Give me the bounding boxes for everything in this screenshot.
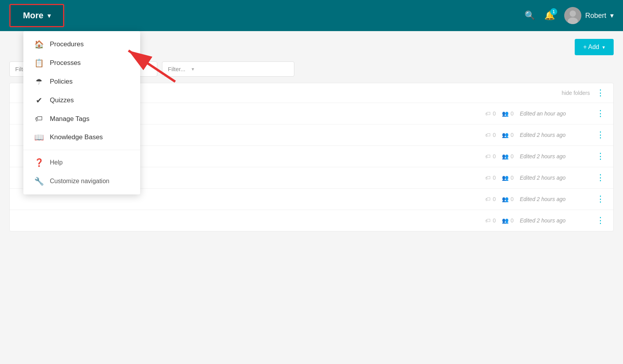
team-count-2: 👥 0 (502, 132, 514, 138)
team-count-4: 👥 0 (502, 175, 514, 181)
team-icon: 👥 (502, 196, 509, 202)
notification-badge: 1 (550, 8, 557, 15)
team-value-1: 0 (510, 110, 514, 117)
tag-count-2: 🏷 0 (485, 132, 496, 138)
team-value-6: 0 (510, 217, 514, 224)
tag-value-3: 0 (493, 153, 496, 159)
team-value-4: 0 (510, 175, 514, 181)
tag-count-3: 🏷 0 (485, 153, 496, 159)
quizzes-icon: ✔ (34, 96, 44, 105)
menu-item-customize[interactable]: 🔧 Customize navigation (23, 172, 140, 191)
edited-text-5: Edited 2 hours ago (520, 196, 590, 202)
manage-tags-label: Manage Tags (50, 115, 90, 123)
tag-icon: 🏷 (485, 110, 491, 117)
team-value-3: 0 (510, 153, 514, 159)
header-right: 🔍 🔔 1 Robert ▾ (524, 7, 614, 24)
more-button[interactable]: More ▾ (9, 4, 64, 27)
customize-label: Customize navigation (50, 178, 109, 185)
list-item: 🏷 0 👥 0 Edited 2 hours ago ⋮ (10, 210, 613, 231)
row-options-4[interactable]: ⋮ (596, 173, 605, 183)
more-chevron: ▾ (48, 12, 51, 19)
edited-text-3: Edited 2 hours ago (520, 153, 590, 159)
row-options-2[interactable]: ⋮ (596, 130, 605, 140)
tag-count-5: 🏷 0 (485, 196, 496, 202)
tag-value-4: 0 (493, 175, 496, 181)
tag-icon: 🏷 (485, 196, 491, 202)
add-button[interactable]: + Add ▾ (575, 39, 614, 55)
edited-text-2: Edited 2 hours ago (520, 132, 590, 138)
edited-text-4: Edited 2 hours ago (520, 175, 590, 181)
svg-point-1 (570, 10, 576, 17)
tag-value-1: 0 (493, 110, 496, 117)
filter-other[interactable]: Filter... ▾ (162, 61, 294, 77)
user-name: Robert (585, 12, 606, 20)
user-menu[interactable]: Robert ▾ (564, 7, 614, 24)
team-count-1: 👥 0 (502, 110, 514, 117)
team-icon: 👥 (502, 132, 509, 138)
team-icon: 👥 (502, 217, 509, 224)
team-icon: 👥 (502, 175, 509, 181)
tag-icon: 🏷 (485, 153, 491, 159)
team-icon: 👥 (502, 153, 509, 159)
menu-item-help[interactable]: ❓ Help (23, 153, 140, 172)
avatar (564, 7, 581, 24)
more-dropdown: 🏠 Procedures 📋 Processes ☂ Policies ✔ Qu… (23, 31, 140, 194)
menu-item-quizzes[interactable]: ✔ Quizzes (23, 91, 140, 110)
team-count-6: 👥 0 (502, 217, 514, 224)
more-label: More (23, 10, 44, 21)
add-label: + Add (583, 44, 599, 51)
team-icon: 👥 (502, 110, 509, 117)
processes-label: Processes (50, 59, 81, 67)
tag-count-1: 🏷 0 (485, 110, 496, 117)
help-icon: ❓ (34, 158, 44, 167)
menu-item-procedures[interactable]: 🏠 Procedures (23, 35, 140, 54)
tag-icon: 🏷 (485, 217, 491, 224)
row-options-1[interactable]: ⋮ (596, 108, 605, 119)
help-label: Help (50, 159, 63, 166)
menu-item-policies[interactable]: ☂ Policies (23, 72, 140, 91)
policies-label: Policies (50, 78, 73, 86)
tag-value-2: 0 (493, 132, 496, 138)
manage-tags-icon: 🏷 (34, 114, 44, 123)
edited-text-6: Edited 2 hours ago (520, 217, 590, 224)
processes-icon: 📋 (34, 58, 44, 68)
team-count-3: 👥 0 (502, 153, 514, 159)
add-chevron: ▾ (602, 44, 605, 50)
procedures-label: Procedures (50, 40, 84, 48)
filter-other-chevron: ▾ (192, 66, 194, 72)
tag-value-5: 0 (493, 196, 496, 202)
tag-icon: 🏷 (485, 132, 491, 138)
tag-count-4: 🏷 0 (485, 175, 496, 181)
knowledge-bases-icon: 📖 (34, 133, 44, 142)
tag-value-6: 0 (493, 217, 496, 224)
menu-item-manage-tags[interactable]: 🏷 Manage Tags (23, 110, 140, 128)
team-value-5: 0 (510, 196, 514, 202)
policies-icon: ☂ (34, 77, 44, 86)
quizzes-label: Quizzes (50, 96, 74, 104)
knowledge-bases-label: Knowledge Bases (50, 133, 103, 141)
tag-icon: 🏷 (485, 175, 491, 181)
procedures-icon: 🏠 (34, 40, 44, 49)
header: More ▾ 🔍 🔔 1 Robert ▾ 🏠 Procedures (0, 0, 623, 31)
row-options-5[interactable]: ⋮ (596, 194, 605, 204)
row-options-6[interactable]: ⋮ (596, 215, 605, 226)
hide-folders-button[interactable]: hide folders (562, 90, 590, 96)
search-icon[interactable]: 🔍 (524, 10, 535, 21)
team-value-2: 0 (510, 132, 514, 138)
user-chevron: ▾ (610, 11, 614, 20)
menu-item-processes[interactable]: 📋 Processes (23, 54, 140, 72)
edited-text-1: Edited an hour ago (520, 110, 590, 117)
row-options-3[interactable]: ⋮ (596, 151, 605, 161)
customize-icon: 🔧 (34, 177, 44, 186)
tag-count-6: 🏷 0 (485, 217, 496, 224)
notification-icon[interactable]: 🔔 1 (544, 10, 555, 21)
menu-divider (23, 150, 140, 150)
list-options-button[interactable]: ⋮ (596, 88, 605, 98)
team-count-5: 👥 0 (502, 196, 514, 202)
filter-other-placeholder: Filter... (168, 66, 185, 72)
menu-item-knowledge-bases[interactable]: 📖 Knowledge Bases (23, 128, 140, 147)
header-left: More ▾ (9, 4, 524, 27)
